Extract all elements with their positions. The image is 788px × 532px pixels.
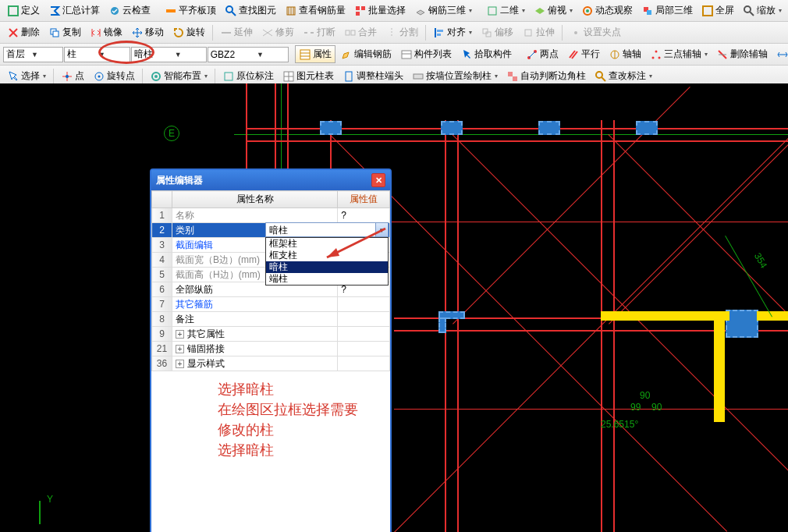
merge-button[interactable]: 合并 [340, 23, 381, 41]
dropdown-option[interactable]: 框架柱 [266, 238, 388, 250]
twod-button[interactable]: 二维▾ [482, 2, 529, 20]
svg-point-14 [586, 9, 589, 12]
rotpoint-button[interactable]: 旋转点 [89, 67, 139, 85]
drawbywall-button[interactable]: 按墙位置绘制柱▾ [408, 67, 502, 85]
rotate-button[interactable]: 旋转 [169, 23, 209, 41]
offset-label: 偏移 [495, 26, 513, 39]
origlabel-button[interactable]: 原位标注 [218, 67, 278, 85]
dropdown-option[interactable]: 框支柱 [266, 250, 388, 261]
pick-button[interactable]: 拾取构件 [456, 45, 516, 63]
local3d-button[interactable]: 局部三维 [637, 2, 697, 20]
combo-dropdown-button[interactable]: ▾ [375, 223, 388, 236]
attr-button[interactable]: 属性 [295, 45, 335, 63]
zoom-button[interactable]: 缩放▾ [739, 2, 786, 20]
prop-value[interactable] [338, 342, 390, 356]
gridline [613, 120, 615, 532]
prop-value[interactable]: ? [338, 208, 390, 223]
point-button[interactable]: 点 [57, 67, 88, 85]
findelem-button[interactable]: 查找图元 [221, 2, 280, 20]
align-button[interactable]: 对齐▾ [429, 23, 476, 41]
del-button[interactable]: 删除 [3, 23, 44, 41]
delaux-button[interactable]: 删除辅轴 [712, 45, 772, 63]
cloudcheck-button[interactable]: 云检查 [105, 2, 154, 20]
subtype-combo[interactable]: 暗柱▼ [131, 47, 207, 62]
define-button[interactable]: 定义 [3, 2, 44, 20]
prop-value[interactable] [338, 312, 390, 327]
category-dropdown-list[interactable]: 框架柱框支柱暗柱端柱 [265, 237, 389, 286]
rebar3d-button[interactable]: 钢筋三维▾ [410, 2, 476, 20]
expander-icon[interactable]: + [176, 330, 184, 339]
adjustend-button[interactable]: 调整柱端头 [339, 67, 407, 85]
property-row[interactable]: 9+其它属性 [152, 327, 390, 342]
property-row[interactable]: 8备注 [152, 312, 390, 327]
parallel-button[interactable]: 平行 [563, 45, 604, 63]
editlabel-button[interactable]: 查改标注▾ [591, 67, 656, 85]
expander-icon[interactable]: + [176, 360, 184, 368]
elemtype-combo[interactable]: 柱▼ [64, 47, 130, 62]
floor-combo[interactable]: 首层▼ [3, 47, 63, 62]
alignlabel-button[interactable]: 对齐标注 [772, 45, 788, 63]
smartlayout-button[interactable]: 智能布置▾ [146, 67, 211, 85]
move-label: 移动 [145, 26, 164, 39]
prop-value[interactable] [338, 327, 390, 342]
code-combo[interactable]: GBZ2▼ [208, 47, 289, 62]
column-marker[interactable] [320, 121, 342, 135]
fullscreen-button[interactable]: 全屏 [697, 2, 738, 20]
elemtable-button[interactable]: 图元柱表 [279, 67, 338, 85]
dynview-button[interactable]: 动态观察 [577, 2, 637, 20]
prop-value[interactable] [338, 356, 390, 371]
flatten-button[interactable]: 平齐板顶 [161, 2, 220, 20]
move-button[interactable]: 移动 [127, 23, 168, 41]
meas-v1: 90 [640, 390, 650, 401]
offset-button[interactable]: 偏移 [477, 23, 517, 41]
svg-rect-69 [414, 74, 423, 79]
column-marker[interactable] [538, 121, 560, 135]
dropdown-option[interactable]: 暗柱 [266, 261, 388, 273]
column-marker[interactable] [636, 121, 658, 135]
drawing-canvas[interactable]: E 354 90 99 90 25.6515° Y [0, 83, 788, 532]
expander-icon[interactable]: + [176, 345, 184, 353]
column-marker[interactable] [441, 121, 463, 135]
category-combo[interactable]: 暗柱 ▾ [265, 222, 389, 237]
threeptaux-button[interactable]: 三点辅轴▾ [646, 45, 712, 63]
property-row[interactable]: 21+锚固搭接 [152, 342, 390, 356]
rotaxis-button[interactable]: 轴轴 [605, 45, 645, 63]
column-marker[interactable] [438, 317, 446, 333]
sep [142, 69, 143, 84]
twopoint-button[interactable]: 两点 [522, 45, 563, 63]
dialog-titlebar[interactable]: 属性编辑器 ✕ [151, 170, 390, 190]
topview-button[interactable]: 俯视▾ [530, 2, 577, 20]
dropdown-option[interactable]: 端柱 [266, 273, 388, 285]
select-button[interactable]: 选择▾ [3, 67, 50, 85]
chevron-down-icon: ▾ [649, 73, 652, 80]
property-row[interactable]: 7其它箍筋 [152, 297, 390, 312]
trim-button[interactable]: 修剪 [257, 23, 298, 41]
extend-label: 延伸 [234, 26, 253, 39]
editrebar-button[interactable]: 编辑钢筋 [336, 45, 396, 63]
point-label: 点 [75, 69, 84, 83]
setorigin-button[interactable]: 设置夹点 [566, 23, 625, 41]
elemlist-button[interactable]: 构件列表 [396, 45, 456, 63]
break-button[interactable]: 打断 [299, 23, 339, 41]
svg-rect-70 [508, 72, 513, 76]
ucs-y-axis [39, 501, 41, 524]
batchsel-button[interactable]: 批量选择 [350, 2, 410, 20]
rownum: 3 [152, 238, 172, 253]
extend-button[interactable]: 延伸 [216, 23, 257, 41]
stretch-button[interactable]: 拉伸 [518, 23, 559, 41]
adjustend-label: 调整柱端头 [357, 69, 403, 83]
property-row[interactable]: 1名称? [152, 208, 390, 223]
property-row[interactable]: 36+显示样式 [152, 356, 390, 371]
autocorner-button[interactable]: 自动判断边角柱 [502, 67, 590, 85]
column-marker[interactable] [726, 310, 758, 338]
split-button[interactable]: 分割 [382, 23, 422, 41]
sumcalc-button[interactable]: 汇总计算 [44, 2, 104, 20]
mirror-button[interactable]: 镜像 [86, 23, 126, 41]
copy-button[interactable]: 复制 [44, 23, 85, 41]
gridline [457, 120, 459, 532]
viewrebar-button[interactable]: 查看钢筋量 [281, 2, 350, 20]
zoom-label: 缩放 [757, 4, 776, 17]
prop-value[interactable] [338, 297, 390, 312]
svg-rect-35 [483, 29, 488, 34]
close-button[interactable]: ✕ [371, 173, 385, 187]
